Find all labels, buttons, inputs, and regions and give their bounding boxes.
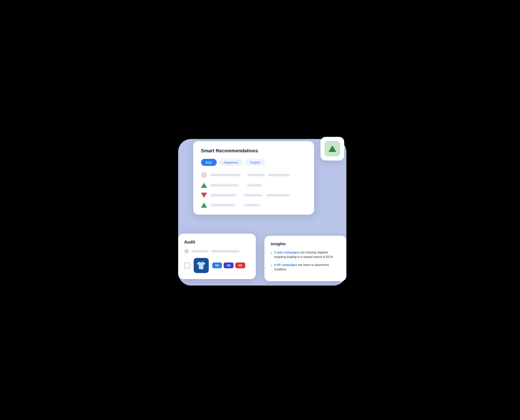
skeleton-bar bbox=[266, 194, 290, 196]
insight-link-1[interactable]: 3 auto campaigns bbox=[274, 251, 299, 254]
audit-card-title: Audit bbox=[184, 240, 250, 245]
skeleton-rows bbox=[201, 172, 306, 208]
icon-card-inner bbox=[325, 141, 340, 157]
tab-targets[interactable]: Targets bbox=[245, 159, 265, 166]
tab-negatives[interactable]: Negatives bbox=[219, 159, 243, 166]
icon-card bbox=[321, 137, 344, 161]
audit-circle-icon bbox=[184, 249, 189, 254]
badge-sp: SP bbox=[212, 262, 222, 268]
skeleton-bar bbox=[243, 194, 263, 196]
smart-recommendations-card: Smart Recommendations Bids Negatives Tar… bbox=[193, 141, 314, 215]
insight-item-1: • 3 auto campaigns are missing negative … bbox=[271, 250, 340, 259]
insight-link-2[interactable]: 9 SP campaigns bbox=[274, 263, 297, 267]
insight-text-2: 9 SP campaigns are have no placement mod… bbox=[274, 263, 340, 272]
table-row bbox=[201, 202, 306, 208]
triangle-up-icon bbox=[201, 202, 207, 208]
triangle-down-icon bbox=[201, 193, 207, 198]
product-checkbox[interactable] bbox=[184, 262, 190, 269]
tabs-container: Bids Negatives Targets bbox=[201, 159, 306, 166]
insights-title: Insights bbox=[271, 242, 340, 246]
audit-product-row: 👕 SP SB SD bbox=[184, 258, 250, 273]
bullet-icon-1: • bbox=[271, 250, 272, 259]
skeleton-bar bbox=[248, 174, 265, 176]
product-thumbnail: 👕 bbox=[194, 258, 209, 273]
skeleton-bar bbox=[191, 250, 209, 253]
triangle-up-large-icon bbox=[329, 145, 336, 152]
skeleton-bar bbox=[211, 250, 239, 253]
table-row bbox=[201, 172, 306, 178]
skeleton-bar bbox=[211, 194, 236, 196]
skeleton-bar bbox=[211, 184, 238, 187]
bullet-icon-2: • bbox=[271, 263, 272, 272]
table-row bbox=[201, 193, 306, 198]
skeleton-bar bbox=[247, 184, 262, 187]
skeleton-bar bbox=[211, 174, 241, 176]
skeleton-bar bbox=[211, 204, 235, 206]
circle-icon bbox=[201, 172, 207, 178]
badge-sd: SD bbox=[235, 262, 245, 268]
skeleton-bar bbox=[244, 204, 260, 206]
main-card-title: Smart Recommendations bbox=[201, 148, 306, 154]
badge-sb: SB bbox=[224, 262, 234, 268]
badges-container: SP SB SD bbox=[212, 262, 245, 268]
tshirt-icon: 👕 bbox=[196, 261, 206, 270]
insight-text-1: 3 auto campaigns are missing negative ta… bbox=[274, 250, 340, 259]
audit-skeleton-row bbox=[184, 249, 250, 254]
triangle-up-icon bbox=[201, 183, 207, 188]
insight-item-2: • 9 SP campaigns are have no placement m… bbox=[271, 263, 340, 272]
skeleton-bar bbox=[268, 174, 290, 176]
audit-card: Audit 👕 SP SB SD bbox=[178, 234, 256, 279]
table-row bbox=[201, 183, 306, 188]
tab-bids[interactable]: Bids bbox=[201, 159, 217, 166]
insights-card: Insights • 3 auto campaigns are missing … bbox=[264, 236, 346, 281]
scene: Smart Recommendations Bids Negatives Tar… bbox=[172, 133, 349, 288]
